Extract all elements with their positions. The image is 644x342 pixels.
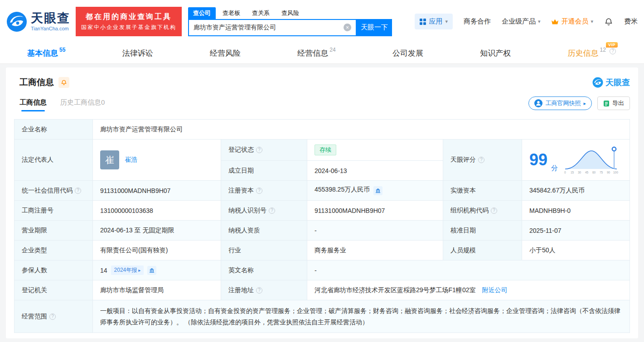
clear-icon[interactable]: × <box>344 24 351 31</box>
svg-text:30: 30 <box>578 171 581 174</box>
search-tab-risk[interactable]: 查风险 <box>276 7 304 19</box>
svg-text:60: 60 <box>592 171 596 174</box>
search-tab-company[interactable]: 查公司 <box>188 7 216 19</box>
field-value: 2025-11-07 <box>522 221 630 241</box>
field-label: 企业类型 <box>15 241 93 260</box>
field-value: 91131000MADNHB9H07 <box>93 181 221 201</box>
company-name-value: 廊坊市资产运营管理有限公司 <box>93 120 630 140</box>
field-label: 人员规模 <box>443 241 522 260</box>
field-value: - <box>307 221 443 241</box>
table-row: 企业名称 廊坊市资产运营管理有限公司 <box>15 120 630 140</box>
table-row: 工商注册号 131000000103638 纳税人识别号? 91131000MA… <box>15 201 630 221</box>
subtab-history-registration[interactable]: 历史工商信息0 <box>60 98 105 111</box>
annual-report-badge[interactable]: 2024年报 ▸ <box>111 265 144 275</box>
tab-legal-litigation[interactable]: 法律诉讼 <box>122 48 153 58</box>
page: 天眼查 TianYanCha.com 都在用的商业查询工具 国家中小企业发展子基… <box>0 0 644 342</box>
grid-icon <box>420 19 426 25</box>
nav-open-membership[interactable]: 开通会员 ▾ <box>551 17 593 26</box>
notification-bell-icon[interactable] <box>604 17 613 26</box>
field-label: 成立日期 <box>221 161 307 181</box>
section-title: 工商信息 <box>19 77 54 88</box>
help-icon[interactable]: ? <box>256 287 262 294</box>
bank-icon[interactable] <box>373 186 383 195</box>
help-icon[interactable]: ? <box>610 48 616 54</box>
field-label: 组织机构代码? <box>443 201 522 221</box>
address-cell: 河北省廊坊市经济技术开发区蓝桵路29号梦工场F1幢02室 附近公司 <box>307 280 630 300</box>
field-value: 小于50人 <box>522 241 630 260</box>
tianyancha-logo[interactable]: 天眼查 TianYanCha.com <box>6 11 70 32</box>
export-button[interactable]: 导出 <box>597 96 630 110</box>
nav-apps[interactable]: 应用 ▾ <box>415 14 453 29</box>
help-icon[interactable]: ? <box>49 313 56 320</box>
business-info-table: 企业名称 廊坊市资产运营管理有限公司 法定代表人 崔 崔浩 登记状态? <box>14 119 630 333</box>
subtab-business-registration[interactable]: 工商信息 <box>19 98 47 111</box>
field-label: 参保人数 <box>15 260 93 280</box>
chevron-down-icon: ▾ <box>538 19 541 24</box>
nav-enterprise-products[interactable]: 企业级产品 ▾ <box>502 17 541 26</box>
score-value: 99 <box>529 152 547 168</box>
export-doc-icon <box>603 100 610 107</box>
tab-history-info[interactable]: VIP 历史信息 12 ? <box>568 48 616 58</box>
nearby-companies-link[interactable]: 附近公司 <box>482 286 507 294</box>
address-text: 河北省廊坊市经济技术开发区蓝桵路29号梦工场F1幢02室 <box>315 286 475 294</box>
tianyancha-watermark-icon <box>592 77 603 88</box>
help-icon[interactable]: ? <box>75 188 81 194</box>
slogan-banner: 都在用的商业查询工具 国家中小企业发展子基金旗下机构 <box>76 7 182 36</box>
field-label: 经营范围? <box>15 300 93 333</box>
search-area: 查公司 查老板 查关系 查风险 × 天眼一下 <box>188 7 392 36</box>
header-nav: 应用 ▾ 商务合作 企业级产品 ▾ 开通会员 ▾ <box>415 14 638 29</box>
field-label: 法定代表人 <box>15 140 93 181</box>
tianyancha-watermark: 天眼查 <box>592 77 630 88</box>
nav-apps-label: 应用 <box>429 17 442 26</box>
score-cell: 99 分 0 15 30 45 60 <box>522 140 630 181</box>
subscribe-bell-icon[interactable] <box>58 77 69 88</box>
field-value: 345842.67万人民币 <box>522 181 630 201</box>
header: 天眼查 TianYanCha.com 都在用的商业查询工具 国家中小企业发展子基… <box>0 0 644 43</box>
help-icon[interactable]: ? <box>256 147 262 153</box>
tab-count: 12 <box>600 47 606 53</box>
field-value: - <box>307 260 630 280</box>
tab-intellectual-property[interactable]: 知识产权 <box>480 48 511 58</box>
search-tab-boss[interactable]: 查老板 <box>218 7 245 19</box>
field-label: 英文名称 <box>221 260 307 280</box>
tab-basic-info[interactable]: 基本信息 55 <box>27 48 65 58</box>
crown-icon <box>551 19 559 25</box>
field-label: 注册地址? <box>221 280 307 300</box>
field-label: 工商注册号 <box>15 201 93 221</box>
score-chart: 0 15 30 45 60 75 90 100 <box>563 145 621 174</box>
legal-rep-link[interactable]: 崔浩 <box>125 156 137 164</box>
brand-domain: TianYanCha.com <box>31 26 70 31</box>
tab-business-info[interactable]: 经营信息 24 <box>297 48 335 58</box>
nav-feimi[interactable]: 费米 <box>624 17 638 26</box>
help-icon[interactable]: ? <box>256 188 262 194</box>
arrow-right-icon: ▸ <box>583 101 586 106</box>
field-value: 91131000MADNHB9H07 <box>307 201 443 221</box>
search-button[interactable]: 天眼一下 <box>357 19 392 36</box>
chevron-down-icon: ▾ <box>591 19 593 24</box>
arrow-right-icon: ▸ <box>138 268 140 273</box>
official-snapshot-button[interactable]: 工商官网快照 ▸ <box>528 96 592 110</box>
help-icon[interactable]: ? <box>478 157 484 163</box>
field-label: 实缴资本 <box>443 181 522 201</box>
reg-status-cell: 存续 <box>307 140 443 161</box>
search-input[interactable] <box>189 24 344 31</box>
nav-business-cooperation[interactable]: 商务合作 <box>464 17 491 26</box>
tab-company-development[interactable]: 公司发展 <box>392 48 423 58</box>
brand-name: 天眼查 <box>31 12 70 24</box>
legal-rep-avatar[interactable]: 崔 <box>100 150 119 169</box>
field-value: 2024-06-13 至 无固定期限 <box>93 221 221 241</box>
svg-text:0: 0 <box>564 171 566 174</box>
bank-icon[interactable] <box>147 266 156 275</box>
table-row: 登记机关 廊坊市市场监督管理局 注册地址? 河北省廊坊市经济技术开发区蓝桵路29… <box>15 280 630 300</box>
tab-operational-risk[interactable]: 经营风险 <box>210 48 241 58</box>
field-label: 纳税人资质 <box>221 221 307 241</box>
help-icon[interactable]: ? <box>491 207 497 214</box>
help-icon[interactable]: ? <box>269 207 275 214</box>
chevron-down-icon: ▾ <box>445 19 448 24</box>
slogan-line1: 都在用的商业查询工具 <box>81 11 176 23</box>
field-value: MADNHB9H-0 <box>522 201 630 221</box>
search-tab-relation[interactable]: 查关系 <box>247 7 275 19</box>
svg-text:90: 90 <box>607 171 610 174</box>
table-row: 经营范围? 一般项目：以自有资金从事投资活动；自有资金投资的资产管理服务；企业管… <box>15 300 630 333</box>
table-row: 营业期限 2024-06-13 至 无固定期限 纳税人资质 - 核准日期 202… <box>15 221 630 241</box>
